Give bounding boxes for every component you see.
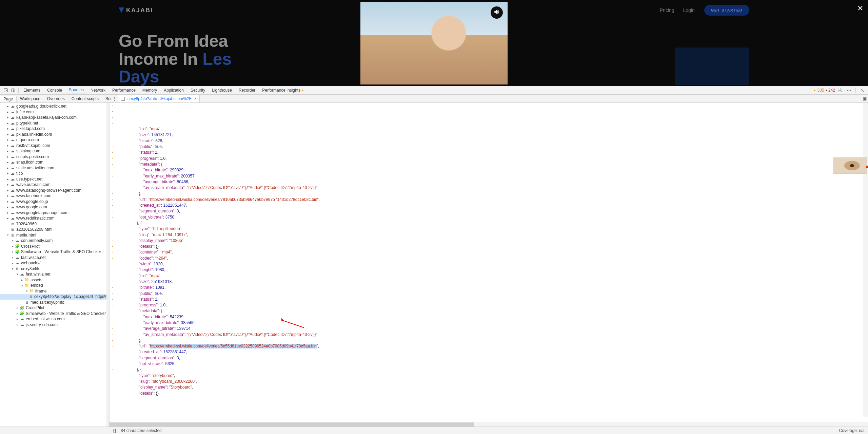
tree-row[interactable]: ▸use.typekit.net (0, 176, 109, 182)
disclosure-icon[interactable]: ▸ (10, 245, 15, 248)
subtab-more-icon[interactable]: ⋮ (111, 96, 118, 101)
tree-row[interactable]: ▸cdn.embedly.com (0, 238, 109, 244)
tree-row[interactable]: ▸Similarweb - Website Traffic & SEO Chec… (0, 311, 109, 317)
tree-row[interactable]: ▾embed (0, 283, 109, 288)
tree-row[interactable]: ▸CrossPilot (0, 244, 109, 249)
tree-row[interactable]: ▾cexy8p4ifo (0, 266, 109, 272)
tree-row[interactable]: ▸Similarweb - Website Traffic & SEO Chec… (0, 249, 109, 255)
inspect-icon[interactable] (2, 87, 9, 94)
devtools-tab-application[interactable]: Application (160, 86, 187, 94)
tree-row[interactable]: ▸infirc.com (0, 109, 109, 115)
tree-row[interactable]: ▸googleads.g.doubleclick.net (0, 103, 109, 109)
tree-row[interactable]: ▾fast.wistia.net (0, 271, 109, 277)
tree-row[interactable]: ▸t.co (0, 171, 109, 176)
disclosure-icon[interactable]: ▸ (15, 323, 20, 326)
pip-thumbnail[interactable] (833, 157, 867, 174)
disclosure-icon[interactable]: ▸ (15, 306, 20, 309)
tree-row[interactable]: ▸snap.licdn.com (0, 159, 109, 165)
disclosure-icon[interactable]: ▾ (24, 289, 29, 293)
disclosure-icon[interactable]: ▸ (5, 189, 10, 192)
disclosure-icon[interactable]: ▾ (5, 233, 10, 237)
settings-icon[interactable] (836, 87, 844, 94)
warnings-badge[interactable]: 335 (813, 88, 824, 93)
tree-row[interactable]: ▸www.google.com (0, 204, 109, 210)
disclosure-icon[interactable]: ▸ (20, 278, 24, 282)
disclosure-icon[interactable]: ▸ (5, 166, 10, 170)
devtools-tab-elements[interactable]: Elements (20, 86, 44, 94)
disclosure-icon[interactable]: ▸ (5, 121, 10, 125)
disclosure-icon[interactable]: ▸ (10, 256, 15, 259)
errors-badge[interactable]: 242 (826, 88, 835, 93)
disclosure-icon[interactable]: ▸ (5, 144, 10, 147)
disclosure-icon[interactable]: ▸ (10, 239, 15, 242)
more-icon[interactable] (845, 87, 853, 94)
sources-subtab-overrides[interactable]: Overrides (44, 96, 68, 101)
disclosure-icon[interactable]: ▸ (5, 205, 10, 209)
disclosure-icon[interactable]: ▸ (5, 216, 10, 220)
disclosure-icon[interactable]: ▾ (20, 284, 24, 287)
devtools-tab-console[interactable]: Console (44, 86, 65, 94)
tree-row[interactable]: ▸js.sentry-cdn.com (0, 322, 109, 328)
pretty-print-icon[interactable]: {} (111, 428, 119, 433)
disclosure-icon[interactable]: ▸ (10, 250, 15, 253)
disclosure-icon[interactable]: ▸ (5, 110, 10, 114)
devtools-tab-sources[interactable]: Sources (65, 86, 87, 94)
disclosure-icon[interactable]: ▸ (5, 133, 10, 136)
devtools-tab-performance-insights[interactable]: Performance insights▲ (259, 86, 308, 94)
tree-row[interactable]: ▸www.google.co.jp (0, 199, 109, 205)
tree-row[interactable]: cexy8p4ifo?autoplay=1&pageUrl=https%3A%2… (0, 294, 109, 300)
tree-row[interactable]: ▸px.ads.linkedin.com (0, 132, 109, 137)
tree-row[interactable]: ▸webpack:// (0, 260, 109, 266)
dock-icon[interactable]: ▣ (861, 96, 868, 101)
tree-row[interactable]: ▸wave.outbrain.com (0, 182, 109, 188)
devtools-tab-network[interactable]: Network (87, 86, 109, 94)
tree-row[interactable]: ▾media.html (0, 232, 109, 238)
tree-row[interactable]: ▸www.facebook.com (0, 193, 109, 199)
disclosure-icon[interactable]: ▸ (15, 317, 20, 321)
tree-row[interactable]: 702849969 (0, 221, 109, 227)
nav-pricing[interactable]: Pricing (660, 7, 674, 13)
disclosure-icon[interactable]: ▸ (5, 155, 10, 158)
tree-row[interactable]: ▸static.ads-twitter.com (0, 165, 109, 171)
sources-subtab-page[interactable]: Page (0, 96, 17, 101)
devtools-tab-memory[interactable]: Memory (139, 86, 160, 94)
close-file-icon[interactable]: × (194, 96, 197, 101)
close-icon[interactable]: ✕ (857, 4, 863, 13)
tree-row[interactable]: ▸scripts.postie.com (0, 154, 109, 160)
disclosure-icon[interactable]: ▸ (5, 177, 10, 181)
nav-login[interactable]: Login (683, 7, 694, 13)
tree-row[interactable]: ▸kajabi-app-assets.kajabi-cdn.com (0, 115, 109, 120)
devtools-tab-performance[interactable]: Performance (109, 86, 139, 94)
tree-row[interactable]: ▸assets (0, 277, 109, 283)
tree-row[interactable]: ▸p.typekit.net (0, 120, 109, 126)
disclosure-icon[interactable]: ▸ (5, 194, 10, 197)
disclosure-icon[interactable]: ▸ (5, 138, 10, 141)
disclosure-icon[interactable]: ▸ (5, 127, 10, 130)
tree-row[interactable]: ▸fast.wistia.net (0, 255, 109, 261)
cta-button[interactable]: GET STARTED (704, 5, 749, 16)
tree-row[interactable]: ▸rbsf5vft.kajabi.com (0, 143, 109, 149)
devtools-tab-lighthouse[interactable]: Lighthouse (209, 86, 235, 94)
code-editor[interactable]: - - - - - - - - - - - - - - - - - - - - … (110, 103, 868, 422)
devtools-close-icon[interactable] (859, 87, 866, 94)
tree-row[interactable]: ▸www.googletagmanager.com (0, 210, 109, 216)
tree-row[interactable]: medias/cexy8p4ifo (0, 300, 109, 305)
tree-row[interactable]: ▸www.redditstatic.com (0, 215, 109, 221)
tree-row[interactable]: ▸CrossPilot (0, 305, 109, 311)
disclosure-icon[interactable]: ▸ (5, 105, 10, 108)
audio-button[interactable] (491, 6, 503, 19)
devtools-tab-security[interactable]: Security (187, 86, 209, 94)
tree-row[interactable]: ▸embed-ssl.wistia.com (0, 316, 109, 322)
disclosure-icon[interactable]: ▸ (5, 149, 10, 153)
sources-subtab-content-scripts[interactable]: Content scripts (68, 96, 102, 101)
tree-scrollbar[interactable] (106, 103, 109, 427)
disclosure-icon[interactable]: ▾ (15, 272, 20, 276)
tree-row[interactable]: ▸q.quora.com (0, 137, 109, 143)
open-file-tab[interactable]: cexy8p4ifo?auto…Fkajabi.com%2F × (118, 95, 200, 102)
disclosure-icon[interactable]: ▸ (5, 161, 10, 164)
video-player[interactable] (360, 2, 508, 84)
tree-row[interactable]: ▸www.datadoghq-browser-agent.com (0, 188, 109, 193)
file-tree[interactable]: ▸googleads.g.doubleclick.net▸infirc.com▸… (0, 103, 110, 427)
disclosure-icon[interactable]: ▸ (10, 261, 15, 265)
tree-row[interactable]: ▾iframe (0, 288, 109, 294)
